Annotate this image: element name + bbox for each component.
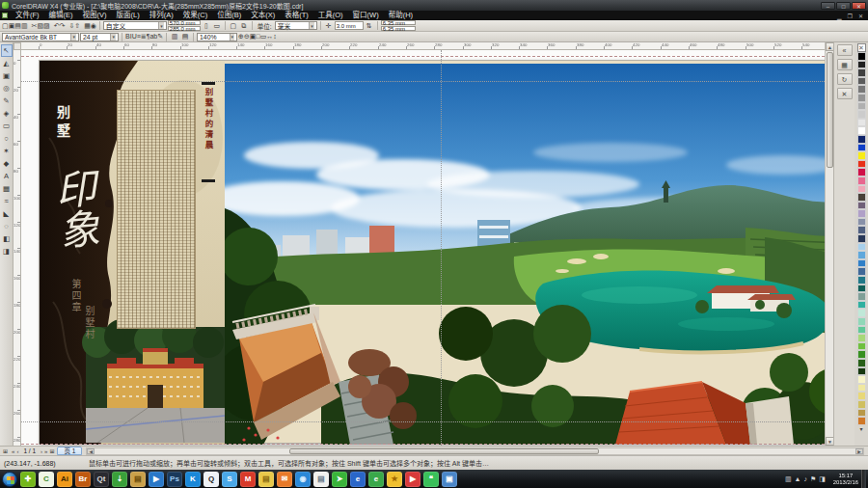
color-swatch-40[interactable] bbox=[857, 384, 866, 393]
print-button[interactable]: ▥ bbox=[21, 22, 28, 29]
app-launcher-button[interactable]: ▦ bbox=[84, 22, 91, 29]
vertical-scrollbar[interactable]: ▲ ▼ bbox=[825, 42, 833, 446]
menu-item-3[interactable]: 版面(L) bbox=[112, 11, 145, 19]
color-swatch-11[interactable] bbox=[857, 144, 866, 152]
menu-item-11[interactable]: 帮助(H) bbox=[384, 11, 418, 19]
color-swatch-3[interactable] bbox=[857, 77, 866, 86]
blend-tool[interactable]: ≈ bbox=[1, 195, 13, 207]
color-swatch-1[interactable] bbox=[857, 61, 866, 69]
color-swatch-27[interactable] bbox=[857, 276, 866, 285]
app-files[interactable]: ▤ bbox=[130, 472, 146, 487]
color-swatch-39[interactable] bbox=[857, 375, 866, 384]
page-tab-1[interactable]: 页 1 bbox=[57, 447, 82, 455]
app-quark[interactable]: Qt bbox=[94, 472, 109, 487]
no-color-swatch[interactable]: ✕ bbox=[857, 43, 866, 52]
color-swatch-18[interactable] bbox=[857, 202, 866, 210]
portrait-button[interactable]: ▯ bbox=[202, 21, 211, 31]
page-prev-button[interactable]: ‹ bbox=[15, 448, 19, 454]
font-name-combo[interactable]: AvantGarde Bk BT▾ bbox=[2, 33, 79, 41]
paper-height-field[interactable]: 285.0 mm bbox=[168, 26, 201, 31]
color-swatch-32[interactable] bbox=[857, 317, 866, 326]
color-swatch-4[interactable] bbox=[857, 85, 866, 94]
landscape-photo[interactable] bbox=[225, 64, 825, 445]
full-screen-preview-button[interactable]: ▤ bbox=[180, 32, 190, 41]
menu-item-2[interactable]: 视图(V) bbox=[78, 11, 112, 19]
color-swatch-15[interactable] bbox=[857, 176, 866, 185]
app-360browser[interactable]: e bbox=[368, 472, 384, 487]
color-swatch-26[interactable] bbox=[857, 267, 866, 276]
paper-type-combo[interactable]: 自定义▾ bbox=[103, 21, 167, 30]
menu-item-10[interactable]: 窗口(W) bbox=[348, 11, 384, 19]
left-page-design[interactable]: 别墅 印象 第四章 别墅村 别墅村的清晨 bbox=[40, 61, 225, 445]
doc-close-button[interactable]: ✕ bbox=[855, 13, 866, 19]
tray-volume-icon[interactable]: ♪ bbox=[803, 475, 807, 482]
guide-horizontal-margin-bottom[interactable] bbox=[21, 421, 825, 422]
title-bar[interactable]: CorelDRAW X4 (专业版) - [Z:\聚电脑2008\CDR\A-大… bbox=[0, 0, 868, 11]
menu-item-5[interactable]: 效果(C) bbox=[178, 11, 212, 19]
app-youku[interactable]: ▶ bbox=[149, 472, 164, 487]
save-button[interactable]: ▤ bbox=[14, 22, 21, 29]
color-swatch-37[interactable] bbox=[857, 359, 866, 367]
color-swatch-44[interactable] bbox=[857, 417, 866, 425]
doc-restore-button[interactable]: ❐ bbox=[845, 13, 855, 19]
docker-close-button[interactable]: ✕ bbox=[837, 88, 853, 99]
app-pictures[interactable]: ▣ bbox=[442, 472, 457, 487]
app-favorites[interactable]: ★ bbox=[387, 472, 402, 487]
color-swatch-6[interactable] bbox=[857, 102, 866, 111]
basic-shapes-tool[interactable]: ◆ bbox=[1, 157, 13, 170]
text-tool[interactable]: A bbox=[1, 170, 13, 182]
color-swatch-12[interactable] bbox=[857, 151, 866, 160]
freehand-tool[interactable]: ✎ bbox=[1, 95, 13, 107]
horizontal-ruler[interactable]: 0204060801001201401601802002202402602803… bbox=[21, 42, 825, 50]
tray-printer-icon[interactable]: ▥ bbox=[785, 475, 792, 483]
guide-horizontal-margin-top[interactable] bbox=[21, 81, 825, 82]
duplicate-y-field[interactable]: 6.35 mm bbox=[381, 26, 416, 31]
color-swatch-16[interactable] bbox=[857, 185, 866, 194]
color-swatch-20[interactable] bbox=[857, 218, 866, 227]
palette-scroll-down[interactable]: ▾ bbox=[858, 425, 863, 432]
doc-minimize-button[interactable]: ▁ bbox=[834, 13, 845, 19]
color-swatch-13[interactable] bbox=[857, 160, 866, 169]
minimize-button[interactable]: – bbox=[821, 2, 835, 10]
color-swatch-28[interactable] bbox=[857, 285, 866, 293]
app-qq[interactable]: Q bbox=[203, 472, 219, 487]
color-swatch-36[interactable] bbox=[857, 350, 866, 359]
copy-button[interactable]: ▧ bbox=[37, 22, 43, 29]
app-media-bird[interactable]: ➤ bbox=[332, 472, 347, 487]
menu-item-8[interactable]: 表格(T) bbox=[280, 11, 313, 19]
color-swatch-5[interactable] bbox=[857, 94, 866, 102]
color-swatch-21[interactable] bbox=[857, 226, 866, 234]
color-swatch-17[interactable] bbox=[857, 193, 866, 202]
app-pptv[interactable]: ▶ bbox=[405, 472, 420, 487]
vertical-ruler[interactable]: 020406080100120140160180200220240260280 bbox=[14, 50, 21, 446]
paste-button[interactable]: ▨ bbox=[43, 22, 50, 29]
guide-horizontal-top[interactable] bbox=[21, 56, 825, 57]
app-360safe[interactable]: ✚ bbox=[20, 472, 36, 487]
app-bridge[interactable]: Br bbox=[75, 472, 91, 487]
color-swatch-9[interactable] bbox=[857, 126, 866, 135]
color-swatch-42[interactable] bbox=[857, 400, 866, 409]
color-swatch-0[interactable] bbox=[857, 52, 866, 61]
view-quality-button[interactable]: ▥ bbox=[170, 32, 179, 41]
table-tool[interactable]: ▦ bbox=[1, 182, 13, 195]
color-swatch-30[interactable] bbox=[857, 301, 866, 310]
app-netease[interactable]: M bbox=[240, 472, 256, 487]
color-swatch-24[interactable] bbox=[857, 251, 866, 259]
taskbar-clock[interactable]: 15:17 2013/2/16 bbox=[833, 473, 858, 486]
app-browser[interactable]: ◉ bbox=[295, 472, 311, 487]
fill-tool[interactable]: ◧ bbox=[1, 232, 13, 245]
zoom-level-combo[interactable]: 140%▾ bbox=[197, 33, 237, 41]
color-swatch-8[interactable] bbox=[857, 119, 866, 127]
app-sogou[interactable]: S bbox=[222, 472, 237, 487]
vertical-scroll-thumb[interactable] bbox=[827, 52, 833, 168]
rectangle-tool[interactable]: ▭ bbox=[1, 120, 13, 132]
shape-tool[interactable]: ◭ bbox=[1, 57, 13, 69]
app-notepad[interactable]: ▤ bbox=[313, 472, 329, 487]
menu-item-9[interactable]: 工具(O) bbox=[313, 11, 348, 19]
smart-fill-tool[interactable]: ◈ bbox=[1, 107, 13, 120]
export-button[interactable]: ⇧ bbox=[74, 22, 80, 29]
menu-item-0[interactable]: 文件(F) bbox=[11, 11, 44, 19]
scroll-right-arrow[interactable]: ▶ bbox=[855, 448, 863, 454]
color-swatch-35[interactable] bbox=[857, 342, 866, 351]
color-swatch-33[interactable] bbox=[857, 326, 866, 335]
